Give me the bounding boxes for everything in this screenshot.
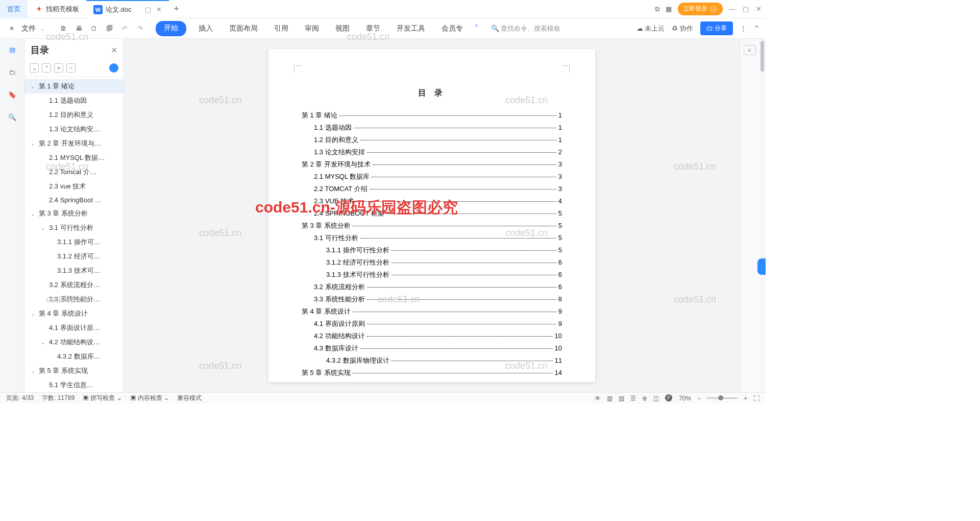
menu-page-layout[interactable]: 页面布局 <box>225 21 262 36</box>
share-button[interactable]: ⮹分享 <box>700 21 733 35</box>
tab-home[interactable]: 首页 <box>0 0 28 18</box>
readmode-icon[interactable]: 👁 <box>595 395 601 402</box>
hamburger-icon[interactable]: ≡ <box>6 23 17 34</box>
zoom-slider[interactable] <box>707 397 738 399</box>
outline-item[interactable]: 3.1.2 经济可… <box>24 249 124 264</box>
status-page[interactable]: 页面: 4/33 <box>6 394 34 402</box>
outline-item[interactable]: 2.3 vue 技术 <box>24 179 124 194</box>
command-search[interactable]: 🔍 查找命令、搜索模板 <box>491 24 561 33</box>
view3-icon[interactable]: ☰ <box>630 395 636 402</box>
side-pull-tab[interactable] <box>757 258 766 275</box>
outline-item[interactable]: 2.4 SpringBoot … <box>24 194 124 206</box>
outline-item-label: 4.1 界面设计原… <box>49 323 100 333</box>
toc-leader-dots <box>354 128 556 128</box>
cloud-status[interactable]: ☁ 未上云 <box>636 24 665 33</box>
toc-page-number: 14 <box>555 369 562 376</box>
menu-references[interactable]: 引用 <box>270 21 292 36</box>
save-icon[interactable]: 🗎 <box>58 23 69 34</box>
remove-item-icon[interactable]: − <box>66 63 76 73</box>
right-panel-toggle-icon[interactable]: ≡ <box>744 45 756 55</box>
window-maximize-icon[interactable]: ▢ <box>743 5 749 13</box>
more-icon[interactable]: ⋮ <box>740 25 747 32</box>
outline-item[interactable]: 1.2 目的和意义 <box>24 108 124 122</box>
outline-item[interactable]: ⌄第 1 章 绪论 <box>24 79 124 93</box>
view1-icon[interactable]: ▥ <box>607 395 612 402</box>
login-button[interactable]: 立即登录 <box>678 3 723 15</box>
menu-view[interactable]: 视图 <box>331 21 354 36</box>
toc-page-number: 3 <box>558 173 562 180</box>
menu-member[interactable]: 会员专 <box>437 21 467 36</box>
outline-item[interactable]: 2.1 MYSQL 数据… <box>24 151 124 165</box>
status-content-check[interactable]: ▣ 内容检查 ⌄ <box>130 394 169 402</box>
outline-sync-icon[interactable] <box>109 63 118 73</box>
preview-icon[interactable]: 🗋 <box>88 23 100 34</box>
print-icon[interactable]: 🖶 <box>73 23 84 34</box>
menu-review[interactable]: 审阅 <box>301 21 323 36</box>
menu-chapter[interactable]: 章节 <box>362 21 384 36</box>
collapse-all-icon[interactable]: ⌄ <box>30 63 39 73</box>
outline-item[interactable]: ⌄第 2 章 开发环境与… <box>24 136 124 151</box>
outline-item[interactable]: 4.3.2 数据库… <box>24 349 124 364</box>
window-minimize-icon[interactable]: — <box>729 5 736 13</box>
apps-icon[interactable]: ▦ <box>666 5 672 13</box>
status-spellcheck[interactable]: ▣ 拼写检查 ⌄ <box>83 394 122 402</box>
outline-item[interactable]: 2.2 Tomcat 介… <box>24 165 124 179</box>
menu-dev-tools[interactable]: 开发工具 <box>393 21 429 36</box>
collapse-ribbon-icon[interactable]: ⌃ <box>754 25 760 32</box>
outline-item[interactable]: 4.1 界面设计原… <box>24 321 124 335</box>
window-close-icon[interactable]: ✕ <box>756 5 762 13</box>
tab-detach-icon[interactable]: ▢ <box>145 6 151 13</box>
folder-icon[interactable]: 🗀 <box>7 66 18 78</box>
outline-item[interactable]: ⌄第 3 章 系统分析 <box>24 206 124 221</box>
grid-icon[interactable]: ◫ <box>653 395 659 402</box>
outline-item[interactable]: ⌄3.1 可行性分析 <box>24 221 124 235</box>
chevron-down-icon: ⌄ <box>31 311 37 317</box>
redo-icon[interactable]: ↷ <box>134 23 145 34</box>
toc-text: 第 1 章 绪论 <box>302 111 337 120</box>
find-icon[interactable]: 🔍 <box>7 111 18 123</box>
menu-start[interactable]: 开始 <box>156 21 186 36</box>
outline-item[interactable]: 3.1.3 技术可… <box>24 264 124 278</box>
toolbar: ≡ 文件 ⌄ 🗎 🖶 🗋 🗐 ↶ ↷ 开始 插入 页面布局 引用 审阅 视图 章… <box>0 18 766 39</box>
toolbar-file-label[interactable]: 文件 <box>21 24 36 33</box>
zoom-minus-icon[interactable]: − <box>697 395 701 402</box>
tab-close-icon[interactable]: ✕ <box>156 6 162 13</box>
zoom-value[interactable]: 70% <box>679 395 691 402</box>
document-viewport[interactable]: 目 录 第 1 章 绪论11.1 选题动因11.2 目的和意义11.3 论文结构… <box>124 39 740 392</box>
outline-item[interactable]: ⌄4.2 功能结构设… <box>24 335 124 349</box>
outline-item[interactable]: 1.3 论文结构安… <box>24 122 124 136</box>
scrollbar-thumb[interactable] <box>761 41 764 72</box>
outline-item[interactable]: 3.3 系统性能分… <box>24 292 124 306</box>
zoom-out-icon[interactable]: 🅟 <box>665 394 673 402</box>
cut-icon[interactable]: 🗐 <box>104 23 115 34</box>
zoom-plus-icon[interactable]: + <box>744 395 747 402</box>
tab-template[interactable]: ✦ 找稻壳模板 <box>28 0 86 18</box>
view2-icon[interactable]: ▤ <box>619 395 624 402</box>
web-layout-icon[interactable]: ⊕ <box>642 395 647 402</box>
coop-button[interactable]: ♻ 协作 <box>672 24 693 33</box>
undo-icon[interactable]: ↶ <box>119 23 130 34</box>
outline-close-icon[interactable]: ✕ <box>111 46 117 54</box>
bookmark-icon[interactable]: 🔖 <box>7 89 18 100</box>
outline-item[interactable]: 1.1 选题动因 <box>24 93 124 108</box>
outline-item[interactable]: ⌄第 5 章 系统实现 <box>24 364 124 378</box>
outline-tab-icon[interactable]: ▤ <box>7 44 18 55</box>
toc-line: 3.1 可行性分析5 <box>302 233 562 243</box>
expand-all-icon[interactable]: ⌃ <box>42 63 51 73</box>
tab-add-button[interactable]: + <box>169 4 184 14</box>
add-item-icon[interactable]: + <box>54 63 63 73</box>
vertical-scrollbar[interactable] <box>759 39 766 392</box>
fullscreen-icon[interactable]: ⛶ <box>753 395 760 402</box>
outline-tree[interactable]: ⌄第 1 章 绪论1.1 选题动因1.2 目的和意义1.3 论文结构安…⌄第 2… <box>24 77 124 392</box>
toc-page-number: 1 <box>558 111 562 119</box>
layout-icon[interactable]: ⧉ <box>655 5 659 13</box>
menu-insert[interactable]: 插入 <box>194 21 217 36</box>
outline-item[interactable]: 3.1.1 操作可… <box>24 235 124 249</box>
outline-item[interactable]: 3.2 系统流程分… <box>24 278 124 292</box>
outline-item[interactable]: ⌄第 4 章 系统设计 <box>24 306 124 321</box>
status-words[interactable]: 字数: 11789 <box>42 394 75 402</box>
outline-panel: 目录 ✕ ⌄ ⌃ + − ⌄第 1 章 绪论1.1 选题动因1.2 目的和意义1… <box>24 39 124 392</box>
tab-document[interactable]: W 论文.doc ▢ ✕ <box>86 0 169 18</box>
menu-more-icon[interactable]: › <box>475 21 478 36</box>
outline-item[interactable]: 5.1 学生信息… <box>24 378 124 392</box>
